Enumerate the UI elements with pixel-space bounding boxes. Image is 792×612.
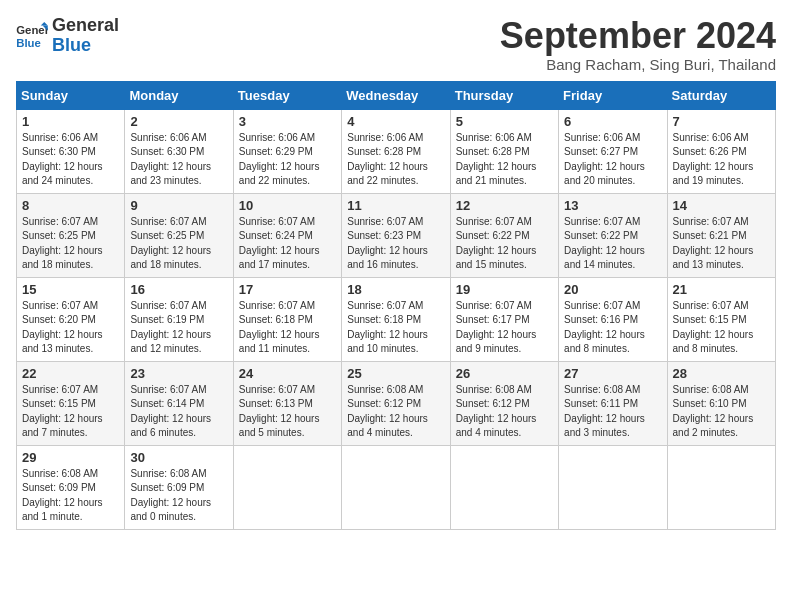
day-info: Sunrise: 6:07 AMSunset: 6:17 PMDaylight:… xyxy=(456,299,553,357)
day-info: Sunrise: 6:07 AMSunset: 6:18 PMDaylight:… xyxy=(347,299,444,357)
logo-icon: General Blue xyxy=(16,22,48,50)
day-info: Sunrise: 6:07 AMSunset: 6:20 PMDaylight:… xyxy=(22,299,119,357)
day-number: 23 xyxy=(130,366,227,381)
day-info: Sunrise: 6:08 AMSunset: 6:09 PMDaylight:… xyxy=(130,467,227,525)
day-info: Sunrise: 6:07 AMSunset: 6:22 PMDaylight:… xyxy=(456,215,553,273)
calendar-cell xyxy=(233,445,341,529)
day-number: 15 xyxy=(22,282,119,297)
day-number: 5 xyxy=(456,114,553,129)
day-number: 4 xyxy=(347,114,444,129)
day-info: Sunrise: 6:07 AMSunset: 6:16 PMDaylight:… xyxy=(564,299,661,357)
calendar-cell: 10Sunrise: 6:07 AMSunset: 6:24 PMDayligh… xyxy=(233,193,341,277)
title-section: September 2024 Bang Racham, Sing Buri, T… xyxy=(500,16,776,73)
calendar-cell: 26Sunrise: 6:08 AMSunset: 6:12 PMDayligh… xyxy=(450,361,558,445)
calendar-cell: 29Sunrise: 6:08 AMSunset: 6:09 PMDayligh… xyxy=(17,445,125,529)
calendar-cell: 9Sunrise: 6:07 AMSunset: 6:25 PMDaylight… xyxy=(125,193,233,277)
day-info: Sunrise: 6:07 AMSunset: 6:15 PMDaylight:… xyxy=(673,299,770,357)
day-number: 26 xyxy=(456,366,553,381)
calendar-week-4: 22Sunrise: 6:07 AMSunset: 6:15 PMDayligh… xyxy=(17,361,776,445)
calendar-week-2: 8Sunrise: 6:07 AMSunset: 6:25 PMDaylight… xyxy=(17,193,776,277)
calendar-cell: 11Sunrise: 6:07 AMSunset: 6:23 PMDayligh… xyxy=(342,193,450,277)
day-number: 11 xyxy=(347,198,444,213)
day-number: 21 xyxy=(673,282,770,297)
calendar-cell: 5Sunrise: 6:06 AMSunset: 6:28 PMDaylight… xyxy=(450,109,558,193)
page-header: General Blue General Blue September 2024… xyxy=(16,16,776,73)
svg-text:Blue: Blue xyxy=(16,36,41,48)
day-number: 18 xyxy=(347,282,444,297)
day-info: Sunrise: 6:08 AMSunset: 6:09 PMDaylight:… xyxy=(22,467,119,525)
day-info: Sunrise: 6:07 AMSunset: 6:25 PMDaylight:… xyxy=(130,215,227,273)
day-of-week-header: SundayMondayTuesdayWednesdayThursdayFrid… xyxy=(17,81,776,109)
day-info: Sunrise: 6:06 AMSunset: 6:26 PMDaylight:… xyxy=(673,131,770,189)
calendar-cell: 30Sunrise: 6:08 AMSunset: 6:09 PMDayligh… xyxy=(125,445,233,529)
day-number: 12 xyxy=(456,198,553,213)
day-number: 7 xyxy=(673,114,770,129)
day-info: Sunrise: 6:06 AMSunset: 6:28 PMDaylight:… xyxy=(456,131,553,189)
day-info: Sunrise: 6:08 AMSunset: 6:11 PMDaylight:… xyxy=(564,383,661,441)
calendar-cell: 2Sunrise: 6:06 AMSunset: 6:30 PMDaylight… xyxy=(125,109,233,193)
day-number: 9 xyxy=(130,198,227,213)
calendar-cell: 21Sunrise: 6:07 AMSunset: 6:15 PMDayligh… xyxy=(667,277,775,361)
calendar-cell: 25Sunrise: 6:08 AMSunset: 6:12 PMDayligh… xyxy=(342,361,450,445)
calendar-cell: 4Sunrise: 6:06 AMSunset: 6:28 PMDaylight… xyxy=(342,109,450,193)
day-info: Sunrise: 6:07 AMSunset: 6:14 PMDaylight:… xyxy=(130,383,227,441)
logo: General Blue General Blue xyxy=(16,16,119,56)
day-number: 19 xyxy=(456,282,553,297)
day-info: Sunrise: 6:08 AMSunset: 6:12 PMDaylight:… xyxy=(456,383,553,441)
day-info: Sunrise: 6:07 AMSunset: 6:21 PMDaylight:… xyxy=(673,215,770,273)
calendar-cell: 16Sunrise: 6:07 AMSunset: 6:19 PMDayligh… xyxy=(125,277,233,361)
day-info: Sunrise: 6:06 AMSunset: 6:30 PMDaylight:… xyxy=(22,131,119,189)
day-number: 24 xyxy=(239,366,336,381)
day-number: 22 xyxy=(22,366,119,381)
calendar-title: September 2024 xyxy=(500,16,776,56)
calendar-cell: 17Sunrise: 6:07 AMSunset: 6:18 PMDayligh… xyxy=(233,277,341,361)
calendar-week-3: 15Sunrise: 6:07 AMSunset: 6:20 PMDayligh… xyxy=(17,277,776,361)
calendar-cell: 3Sunrise: 6:06 AMSunset: 6:29 PMDaylight… xyxy=(233,109,341,193)
calendar-subtitle: Bang Racham, Sing Buri, Thailand xyxy=(500,56,776,73)
calendar-body: 1Sunrise: 6:06 AMSunset: 6:30 PMDaylight… xyxy=(17,109,776,529)
day-number: 16 xyxy=(130,282,227,297)
calendar-cell: 24Sunrise: 6:07 AMSunset: 6:13 PMDayligh… xyxy=(233,361,341,445)
calendar-cell: 1Sunrise: 6:06 AMSunset: 6:30 PMDaylight… xyxy=(17,109,125,193)
day-number: 6 xyxy=(564,114,661,129)
day-number: 13 xyxy=(564,198,661,213)
day-info: Sunrise: 6:06 AMSunset: 6:30 PMDaylight:… xyxy=(130,131,227,189)
day-info: Sunrise: 6:06 AMSunset: 6:28 PMDaylight:… xyxy=(347,131,444,189)
day-header-saturday: Saturday xyxy=(667,81,775,109)
calendar-cell xyxy=(342,445,450,529)
calendar-cell: 8Sunrise: 6:07 AMSunset: 6:25 PMDaylight… xyxy=(17,193,125,277)
calendar-cell: 20Sunrise: 6:07 AMSunset: 6:16 PMDayligh… xyxy=(559,277,667,361)
day-info: Sunrise: 6:06 AMSunset: 6:27 PMDaylight:… xyxy=(564,131,661,189)
calendar-cell xyxy=(559,445,667,529)
day-info: Sunrise: 6:07 AMSunset: 6:23 PMDaylight:… xyxy=(347,215,444,273)
calendar-cell: 13Sunrise: 6:07 AMSunset: 6:22 PMDayligh… xyxy=(559,193,667,277)
calendar-cell: 7Sunrise: 6:06 AMSunset: 6:26 PMDaylight… xyxy=(667,109,775,193)
day-info: Sunrise: 6:07 AMSunset: 6:22 PMDaylight:… xyxy=(564,215,661,273)
logo-blue: Blue xyxy=(52,36,119,56)
calendar-cell xyxy=(667,445,775,529)
calendar-cell: 6Sunrise: 6:06 AMSunset: 6:27 PMDaylight… xyxy=(559,109,667,193)
day-number: 28 xyxy=(673,366,770,381)
day-header-tuesday: Tuesday xyxy=(233,81,341,109)
day-number: 8 xyxy=(22,198,119,213)
day-number: 17 xyxy=(239,282,336,297)
calendar-week-5: 29Sunrise: 6:08 AMSunset: 6:09 PMDayligh… xyxy=(17,445,776,529)
logo-general: General xyxy=(52,16,119,36)
calendar-cell: 22Sunrise: 6:07 AMSunset: 6:15 PMDayligh… xyxy=(17,361,125,445)
day-info: Sunrise: 6:08 AMSunset: 6:12 PMDaylight:… xyxy=(347,383,444,441)
day-number: 29 xyxy=(22,450,119,465)
calendar-cell: 14Sunrise: 6:07 AMSunset: 6:21 PMDayligh… xyxy=(667,193,775,277)
day-info: Sunrise: 6:07 AMSunset: 6:13 PMDaylight:… xyxy=(239,383,336,441)
day-info: Sunrise: 6:06 AMSunset: 6:29 PMDaylight:… xyxy=(239,131,336,189)
calendar-cell: 19Sunrise: 6:07 AMSunset: 6:17 PMDayligh… xyxy=(450,277,558,361)
calendar-cell: 23Sunrise: 6:07 AMSunset: 6:14 PMDayligh… xyxy=(125,361,233,445)
day-header-friday: Friday xyxy=(559,81,667,109)
day-number: 20 xyxy=(564,282,661,297)
calendar-table: SundayMondayTuesdayWednesdayThursdayFrid… xyxy=(16,81,776,530)
day-number: 3 xyxy=(239,114,336,129)
day-number: 30 xyxy=(130,450,227,465)
calendar-cell xyxy=(450,445,558,529)
calendar-cell: 28Sunrise: 6:08 AMSunset: 6:10 PMDayligh… xyxy=(667,361,775,445)
day-number: 14 xyxy=(673,198,770,213)
calendar-week-1: 1Sunrise: 6:06 AMSunset: 6:30 PMDaylight… xyxy=(17,109,776,193)
